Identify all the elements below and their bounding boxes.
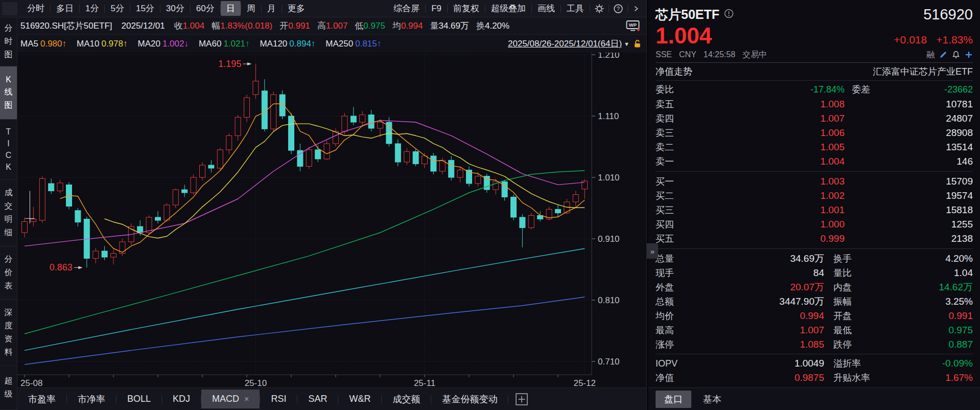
chevron-down-icon[interactable]: ▼ <box>624 41 629 47</box>
symbol-label: 516920.SH[芯片50ETF] <box>20 20 112 32</box>
toolbar-button-画线[interactable]: 画线 <box>532 1 561 16</box>
ma-values: MA50.980↑MA100.978↑MA201.002↓MA601.021↑M… <box>20 39 391 49</box>
period-tab-60分[interactable]: 60分 <box>191 1 220 16</box>
period-tab-更多[interactable]: 更多 <box>282 1 311 16</box>
ma-line <box>105 124 585 238</box>
etf-metrics: IOPV1.0049溢折率-0.09%净值0.9875升贴水率1.67% <box>656 356 973 385</box>
stat-row-总额: 总额3447.90万振幅3.25% <box>656 294 973 309</box>
bid-row[interactable]: 买一1.00315709 <box>656 174 973 189</box>
ma-legend-MA120: MA1200.894↑ <box>260 39 315 49</box>
price-change: +0.018 <box>894 34 927 46</box>
period-tab-多日[interactable]: 多日 <box>51 1 79 16</box>
ask-levels: 卖五1.00810781卖四1.00724807卖三1.00628908卖二1.… <box>656 97 973 169</box>
alert-bell-icon[interactable] <box>952 51 960 59</box>
toolbar-expand-icon[interactable] <box>628 5 644 12</box>
toolbar-button-前复权[interactable]: 前复权 <box>448 1 485 16</box>
app-logo[interactable] <box>2 2 17 15</box>
toolbar-button-工具[interactable]: 工具 <box>561 1 590 16</box>
ask-price: 1.006 <box>696 127 845 139</box>
indicator-tab-RSI[interactable]: RSI <box>260 390 297 408</box>
ask-row[interactable]: 卖四1.00724807 <box>656 111 973 126</box>
settings-gear-icon[interactable] <box>590 4 609 13</box>
ma-legend-MA20: MA201.002↓ <box>137 39 188 49</box>
bid-volume: 2138 <box>845 233 973 244</box>
bid-row[interactable]: 买三1.00115818 <box>656 203 973 217</box>
sidebar-item-深度资料[interactable]: 深度资料 <box>0 300 17 366</box>
svg-text:WP: WP <box>629 22 637 28</box>
kline-chart[interactable]: 1.2101.1101.0100.9100.8100.71025-0825-10… <box>17 53 646 388</box>
indicator-tab-SAR[interactable]: SAR <box>297 390 338 408</box>
ma-legend-MA5: MA50.980↑ <box>20 39 66 49</box>
ma-line <box>25 297 585 365</box>
bid-row[interactable]: 买四1.0001255 <box>656 217 973 232</box>
add-plus-icon[interactable] <box>965 51 973 59</box>
trading-terminal: 分时多日1分5分15分30分60分日周月更多 综合屏F9前复权超级叠加画线工具 … <box>0 0 980 410</box>
panel-tab-基本[interactable]: 基本 <box>694 391 730 408</box>
indicator-tab-MACD[interactable]: MACD× <box>201 390 260 408</box>
period-tab-5分[interactable]: 5分 <box>105 1 129 16</box>
period-tab-月[interactable]: 月 <box>262 1 282 16</box>
sidebar-item-TICK[interactable]: TICK <box>0 120 17 180</box>
period-tab-15分[interactable]: 15分 <box>130 1 160 16</box>
trading-status: 交易中 <box>742 50 767 60</box>
period-tab-日[interactable]: 日 <box>221 1 241 16</box>
indicator-tab-成交额[interactable]: 成交额 <box>382 389 431 409</box>
sidebar-item-超级[interactable]: 超级 <box>0 366 17 410</box>
indicator-tab-市盈率[interactable]: 市盈率 <box>17 389 66 409</box>
add-indicator-icon[interactable] <box>516 393 528 405</box>
date-range-selector[interactable]: 2025/08/26-2025/12/01(64日) <box>508 38 622 50</box>
ma-legend-MA60: MA601.021↑ <box>199 39 249 49</box>
ask-price: 1.007 <box>696 113 845 124</box>
indicator-tab-BOLL[interactable]: BOLL <box>116 390 161 408</box>
ask-volume: 28908 <box>845 127 973 139</box>
edit-pencil-icon[interactable] <box>939 51 947 59</box>
y-axis-label: 1.010 <box>598 173 620 183</box>
indicator-tab-市净率[interactable]: 市净率 <box>67 389 116 409</box>
margin-flag: 融 <box>926 50 935 60</box>
period-tab-30分[interactable]: 30分 <box>160 1 190 16</box>
bid-row[interactable]: 买二1.00219574 <box>656 189 973 203</box>
sidebar-item-成交明细[interactable]: 成交明细 <box>0 180 17 246</box>
bid-volume: 1255 <box>845 219 973 230</box>
help-icon[interactable]: ? <box>609 4 627 13</box>
quote-field-收: 收1.004 <box>174 21 205 31</box>
ask-row[interactable]: 卖五1.00810781 <box>656 97 973 111</box>
sidebar-item-分价表[interactable]: 分价表 <box>0 246 17 300</box>
nav-trend-link[interactable]: 净值走势 <box>656 65 692 78</box>
lock-icon[interactable] <box>634 39 641 48</box>
toolbar-button-F9[interactable]: F9 <box>426 2 447 15</box>
ma-legend-MA10: MA100.978↑ <box>77 39 127 49</box>
stat-row-现手: 现手84量比1.04 <box>656 266 973 280</box>
sidebar-item-分时图[interactable]: 分时图 <box>0 17 17 66</box>
wp-window-icon[interactable]: WP <box>626 20 640 32</box>
indicator-tab-bar: 市盈率市净率BOLLKDJMACD×RSISARW&R成交额基金份额变动 <box>17 388 646 410</box>
stat-row-外盘: 外盘20.07万内盘14.62万 <box>656 280 973 294</box>
period-tab-周[interactable]: 周 <box>241 1 261 16</box>
indicator-tab-KDJ[interactable]: KDJ <box>162 390 201 408</box>
ask-row[interactable]: 卖二1.00513514 <box>656 140 973 154</box>
bid-price: 1.002 <box>696 190 845 201</box>
ask-volume: 10781 <box>845 99 973 110</box>
panel-collapse-handle[interactable]: » <box>647 243 658 259</box>
indicator-tab-W&R[interactable]: W&R <box>338 390 381 408</box>
weibi-value: -17.84% <box>696 84 845 95</box>
quote-time: 14:25:58 <box>704 50 735 59</box>
toolbar-button-超级叠加[interactable]: 超级叠加 <box>485 1 531 16</box>
ma-legend-MA250: MA2500.815↑ <box>325 39 381 49</box>
ask-row[interactable]: 卖三1.00628908 <box>656 126 973 140</box>
bid-row[interactable]: 买五0.9992138 <box>656 232 973 246</box>
indicator-tab-基金份额变动[interactable]: 基金份额变动 <box>431 389 508 409</box>
quote-field-幅: 幅1.83%(0.018) <box>212 21 272 31</box>
close-indicator-icon[interactable]: × <box>244 395 249 404</box>
bid-volume: 15818 <box>845 204 973 216</box>
bid-levels: 买一1.00315709买二1.00219574买三1.00115818买四1.… <box>656 174 973 246</box>
toolbar-button-综合屏[interactable]: 综合屏 <box>388 1 425 16</box>
period-tab-分时[interactable]: 分时 <box>21 1 50 16</box>
panel-tab-盘口[interactable]: 盘口 <box>656 391 691 408</box>
info-circle-icon[interactable] <box>724 9 734 20</box>
sidebar-item-K线图[interactable]: K线图 <box>0 66 17 120</box>
ask-row[interactable]: 卖一1.004146 <box>656 154 973 169</box>
period-tab-1分[interactable]: 1分 <box>80 1 104 16</box>
quote-field-高: 高1.007 <box>317 21 348 31</box>
quote-field-开: 开0.991 <box>279 21 310 31</box>
